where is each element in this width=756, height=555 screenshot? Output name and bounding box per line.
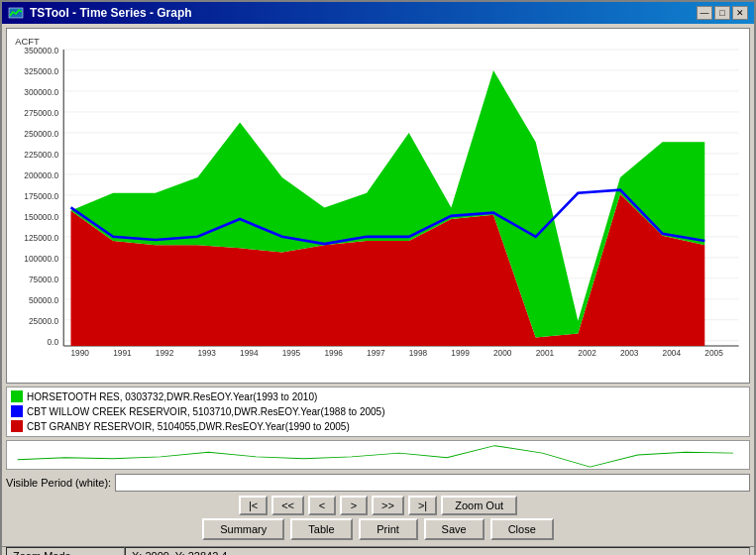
print-button[interactable]: Print <box>359 518 418 540</box>
svg-text:1997: 1997 <box>367 348 385 358</box>
status-mode: Zoom Mode <box>6 547 125 555</box>
svg-text:300000.0: 300000.0 <box>24 87 58 97</box>
table-button[interactable]: Table <box>290 518 352 540</box>
sparkline-area <box>6 440 750 470</box>
coords-label: X: 2009, Y: 22842.4 <box>132 550 227 555</box>
next-button[interactable]: > <box>340 496 368 515</box>
svg-text:1998: 1998 <box>409 348 428 358</box>
maximize-button[interactable]: □ <box>714 6 730 20</box>
svg-text:ACFT: ACFT <box>15 36 40 47</box>
save-button[interactable]: Save <box>424 518 485 540</box>
legend-label-1: HORSETOOTH RES, 0303732,DWR.ResEOY.Year(… <box>27 389 317 404</box>
svg-text:50000.0: 50000.0 <box>29 295 58 305</box>
zoom-mode-label: Zoom Mode <box>13 550 71 555</box>
svg-text:2005: 2005 <box>704 348 723 358</box>
svg-text:1993: 1993 <box>197 348 216 358</box>
sparkline-svg <box>7 441 749 469</box>
svg-text:2004: 2004 <box>663 348 682 358</box>
svg-text:175000.0: 175000.0 <box>24 191 58 201</box>
action-row: Summary Table Print Save Close <box>6 518 750 542</box>
svg-text:1996: 1996 <box>324 348 343 358</box>
svg-text:1994: 1994 <box>240 348 259 358</box>
next-big-button[interactable]: >> <box>372 496 404 515</box>
nav-row: |< << < > >> >| Zoom Out <box>6 496 750 515</box>
visible-period-input[interactable] <box>115 474 750 492</box>
close-button[interactable]: ✕ <box>732 6 748 20</box>
svg-text:150000.0: 150000.0 <box>24 212 58 222</box>
visible-period-label: Visible Period (white): <box>6 477 111 489</box>
prev-button[interactable]: < <box>308 496 336 515</box>
chart-container[interactable]: ACFT 350000.0 325000.0 300000.0 275000.0… <box>6 28 750 384</box>
svg-text:275000.0: 275000.0 <box>24 108 58 118</box>
svg-text:1995: 1995 <box>282 348 301 358</box>
svg-text:2001: 2001 <box>536 348 555 358</box>
legend-item-3: CBT GRANBY RESERVOIR, 5104055,DWR.ResEOY… <box>11 419 745 434</box>
svg-text:325000.0: 325000.0 <box>24 66 58 76</box>
svg-text:1992: 1992 <box>156 348 174 358</box>
svg-text:2002: 2002 <box>578 348 596 358</box>
svg-text:1991: 1991 <box>113 348 132 358</box>
svg-text:0.0: 0.0 <box>47 337 58 347</box>
svg-text:25000.0: 25000.0 <box>29 316 58 326</box>
summary-button[interactable]: Summary <box>202 518 284 540</box>
legend-label-3: CBT GRANBY RESERVOIR, 5104055,DWR.ResEOY… <box>27 419 350 434</box>
title-buttons: — □ ✕ <box>697 6 748 20</box>
legend-color-red <box>11 420 23 432</box>
status-coords: X: 2009, Y: 22842.4 <box>125 547 750 555</box>
content-area: ACFT 350000.0 325000.0 300000.0 275000.0… <box>2 24 754 546</box>
legend-color-blue <box>11 405 23 417</box>
main-window: TSTool - Time Series - Graph — □ ✕ <box>0 0 756 555</box>
title-bar: TSTool - Time Series - Graph — □ ✕ <box>2 2 754 24</box>
last-button[interactable]: >| <box>408 496 437 515</box>
legend-area: HORSETOOTH RES, 0303732,DWR.ResEOY.Year(… <box>6 387 750 437</box>
svg-text:1990: 1990 <box>70 348 89 358</box>
prev-big-button[interactable]: << <box>271 496 304 515</box>
svg-text:250000.0: 250000.0 <box>24 129 58 139</box>
legend-item-1: HORSETOOTH RES, 0303732,DWR.ResEOY.Year(… <box>11 389 745 404</box>
title-bar-left: TSTool - Time Series - Graph <box>8 5 192 21</box>
svg-text:200000.0: 200000.0 <box>24 170 58 180</box>
visible-period-row: Visible Period (white): <box>6 473 750 493</box>
svg-text:225000.0: 225000.0 <box>24 150 58 160</box>
legend-color-green <box>11 390 23 402</box>
zoom-out-button[interactable]: Zoom Out <box>441 496 517 515</box>
svg-text:125000.0: 125000.0 <box>24 233 58 243</box>
svg-text:1999: 1999 <box>451 348 470 358</box>
app-icon <box>8 5 24 21</box>
legend-item-2: CBT WILLOW CREEK RESERVOIR, 5103710,DWR.… <box>11 404 745 419</box>
svg-text:350000.0: 350000.0 <box>24 46 58 56</box>
window-title: TSTool - Time Series - Graph <box>30 6 192 20</box>
svg-text:2003: 2003 <box>620 348 639 358</box>
svg-text:2000: 2000 <box>493 348 512 358</box>
chart-svg: ACFT 350000.0 325000.0 300000.0 275000.0… <box>7 29 749 383</box>
svg-text:100000.0: 100000.0 <box>24 254 58 264</box>
svg-text:75000.0: 75000.0 <box>29 275 58 284</box>
minimize-button[interactable]: — <box>697 6 712 20</box>
first-button[interactable]: |< <box>239 496 268 515</box>
legend-label-2: CBT WILLOW CREEK RESERVOIR, 5103710,DWR.… <box>27 404 384 419</box>
status-bar: Zoom Mode X: 2009, Y: 22842.4 <box>2 546 754 555</box>
close-button-action[interactable]: Close <box>490 518 554 540</box>
